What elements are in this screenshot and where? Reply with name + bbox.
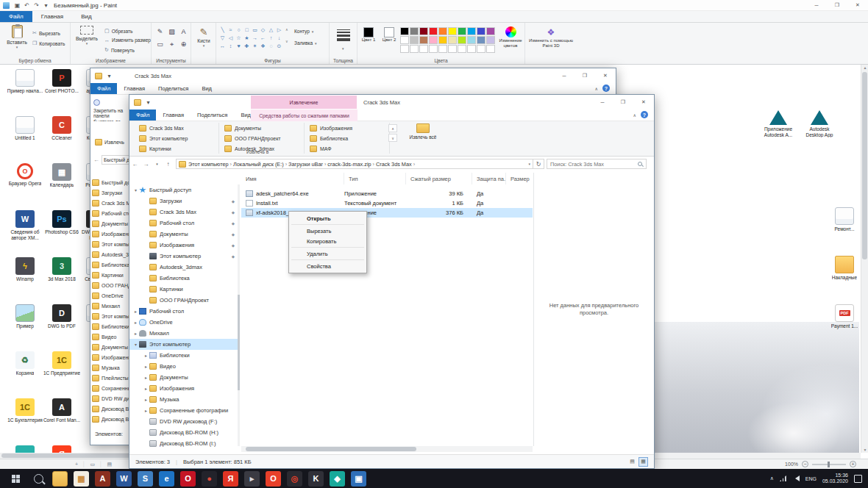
sidebar-item[interactable]: Видео: [92, 331, 129, 342]
breadcrumb-segment[interactable]: Этот компьютер: [188, 161, 229, 168]
desktop-icon[interactable]: Я Яндекс: [43, 445, 81, 453]
sidebar-item[interactable]: Картинки: [92, 270, 129, 280]
select-button[interactable]: Выделить ▾: [74, 26, 100, 46]
file-row[interactable]: Install.txt Текстовый документ 1 КБ Да: [241, 198, 533, 208]
shapes-scroll-down[interactable]: ∨: [285, 39, 288, 43]
palette-color[interactable]: [419, 27, 428, 35]
shape-icon[interactable]: □: [243, 26, 251, 34]
sidebar-item[interactable]: Музыка: [92, 362, 129, 373]
expand-chevron-icon[interactable]: ▾: [132, 187, 139, 193]
shape-icon[interactable]: ◇: [259, 26, 267, 34]
notification-center-icon[interactable]: [854, 475, 862, 483]
desktop-icon[interactable]: → Обмен: [6, 445, 44, 453]
outline-button[interactable]: Контур▾: [294, 29, 313, 34]
hidden-icons-chevron-icon[interactable]: ∧: [770, 476, 774, 481]
thumbnails-view-button[interactable]: ▦: [638, 457, 648, 467]
palette-empty-slot[interactable]: [477, 45, 485, 53]
column-header-type[interactable]: Тип: [344, 173, 406, 184]
shape-icon[interactable]: ⊙: [275, 42, 283, 50]
shape-icon[interactable]: ↓: [275, 34, 283, 42]
zoom-out-button[interactable]: −: [802, 461, 808, 467]
column-header-compressed-size[interactable]: Сжатый размер: [406, 173, 472, 184]
shape-icon[interactable]: ❖: [259, 42, 267, 50]
palette-color[interactable]: [410, 36, 419, 44]
inner-minimize-button[interactable]: ─: [592, 95, 613, 110]
tree-item[interactable]: ▸ Рабочий стол: [129, 306, 238, 317]
shape-icon[interactable]: ☆: [235, 34, 243, 42]
breadcrumb-segment[interactable]: Crack 3ds Max: [376, 161, 412, 168]
desktop-icon[interactable]: C CCleaner: [43, 116, 81, 157]
column-header-name[interactable]: Имя: [241, 173, 344, 184]
taskbar-icon[interactable]: S: [138, 471, 153, 487]
expand-chevron-icon[interactable]: ▸: [143, 375, 149, 380]
volume-icon[interactable]: [792, 476, 800, 481]
refresh-button[interactable]: ↻: [533, 159, 544, 169]
taskbar-icon[interactable]: ▸: [244, 471, 260, 487]
paint-close-button[interactable]: ✕: [847, 0, 868, 10]
qat-dropdown-icon[interactable]: ▾: [143, 99, 153, 106]
palette-empty-slot[interactable]: [467, 45, 476, 53]
taskbar-icon[interactable]: ▦: [74, 471, 89, 487]
shape-icon[interactable]: △: [267, 26, 275, 34]
paint-tab[interactable]: Файл: [0, 11, 32, 22]
palette-color[interactable]: [448, 27, 457, 35]
palette-color[interactable]: [438, 36, 447, 44]
tree-item[interactable]: Загрузки ◆: [129, 195, 238, 207]
file-row[interactable]: xf-adsk2018_x64.exe Приложение 376 КБ Да: [241, 208, 533, 218]
tree-item[interactable]: Дисковод BD-ROM (I:): [129, 438, 238, 449]
color2-button[interactable]: Цвет 2: [380, 27, 399, 42]
desktop-icon[interactable]: P Corel PHOTO...: [43, 69, 81, 110]
context-menu-item[interactable]: Удалить: [289, 248, 366, 259]
palette-empty-slot[interactable]: [410, 45, 419, 53]
redo-icon[interactable]: ↷: [32, 2, 41, 9]
palette-color[interactable]: [429, 36, 438, 44]
tree-item[interactable]: DVD RW дисковод (F:): [129, 416, 238, 427]
palette-color[interactable]: [467, 36, 476, 44]
tree-item[interactable]: Crack 3ds Max ◆: [129, 207, 238, 218]
shape-icon[interactable]: ╲: [218, 26, 227, 34]
extract-destination[interactable]: ООО ГРАНДпроект: [221, 133, 304, 143]
taskbar-icon[interactable]: K: [308, 471, 324, 487]
taskbar-icon[interactable]: A: [95, 471, 110, 487]
shape-icon[interactable]: ≈: [227, 26, 235, 34]
copy-button[interactable]: ❐Копировать: [32, 40, 65, 46]
expand-chevron-icon[interactable]: ▸: [143, 353, 149, 358]
desktop-icon[interactable]: 1С 1С Предприятие: [43, 351, 81, 392]
shape-icon[interactable]: ↑: [267, 34, 275, 42]
address-dropdown-icon[interactable]: ▾: [528, 162, 530, 166]
sidebar-item[interactable]: Дисковод BD-ROM (I:): [92, 414, 129, 424]
shape-icon[interactable]: ↔: [218, 42, 227, 50]
desktop-icon[interactable]: O Браузер Opera: [6, 163, 44, 204]
taskbar-icon[interactable]: O: [266, 471, 281, 487]
collapse-ribbon-icon[interactable]: ∧: [633, 112, 636, 118]
qat-dropdown-icon[interactable]: ▾: [41, 2, 51, 9]
palette-color[interactable]: [429, 27, 438, 35]
forward-button[interactable]: →: [140, 161, 152, 168]
qat-dropdown-icon[interactable]: ▾: [104, 73, 114, 79]
tree-item[interactable]: ▸ Видео: [129, 361, 238, 372]
tool-icon[interactable]: ▨: [166, 26, 177, 37]
scroll-down-icon[interactable]: ∨: [388, 134, 397, 142]
expand-chevron-icon[interactable]: ▸: [132, 331, 139, 336]
palette-color[interactable]: [477, 36, 485, 44]
tree-item[interactable]: Документы ◆: [129, 229, 238, 240]
desktop-icon[interactable]: W Сведения об авторе XM...: [6, 210, 44, 251]
taskbar-icon[interactable]: W: [116, 471, 132, 487]
desktop-icon[interactable]: ♻ Корзина: [6, 351, 44, 392]
sidebar-item[interactable]: Плейлисты: [92, 373, 129, 383]
fill-button[interactable]: Заливка▾: [294, 40, 317, 46]
sidebar-item[interactable]: Изображения: [92, 352, 129, 362]
clock[interactable]: 15:36 05.03.2020: [822, 473, 848, 485]
taskbar-icon[interactable]: ●: [202, 471, 217, 487]
column-header-size[interactable]: Размер: [506, 173, 533, 184]
breadcrumb-segment[interactable]: Загрузки uBar: [288, 161, 323, 168]
shape-icon[interactable]: ✚: [243, 42, 251, 50]
tool-icon[interactable]: A: [178, 26, 189, 37]
extract-destination[interactable]: Документы: [221, 123, 304, 133]
taskbar-icon[interactable]: [52, 471, 68, 487]
tree-item[interactable]: ООО ГРАНДпроект: [129, 295, 238, 306]
paint-maximize-button[interactable]: ❐: [827, 0, 847, 10]
shape-icon[interactable]: ▽: [218, 34, 227, 42]
breadcrumb-segment[interactable]: crack-3ds-max.zip: [327, 161, 371, 168]
shape-icon[interactable]: ◁: [227, 34, 235, 42]
